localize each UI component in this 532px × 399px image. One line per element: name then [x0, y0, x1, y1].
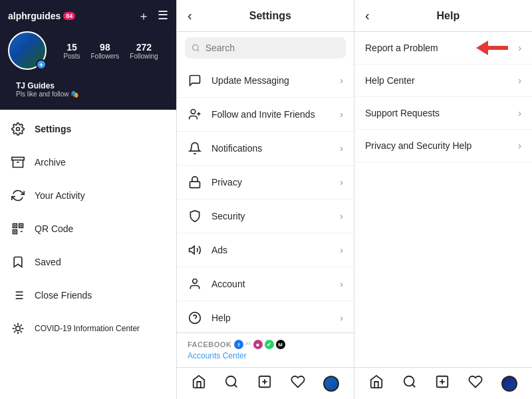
settings-item-privacy[interactable]: Privacy › [177, 166, 354, 200]
settings-icon [11, 122, 25, 136]
security-chevron: › [340, 211, 343, 221]
follow-icon [188, 107, 202, 122]
close-friends-label: Close Friends [35, 290, 166, 301]
settings-item-messaging[interactable]: Update Messaging › [177, 64, 354, 98]
menu-icon[interactable]: ☰ [158, 8, 168, 24]
notifications-chevron: › [340, 143, 343, 154]
nav-search-icon[interactable] [224, 374, 239, 392]
settings-label: Settings [35, 124, 166, 134]
settings-panel: ‹ Settings Update Messaging › [177, 0, 354, 399]
settings-item-notifications[interactable]: Notifications › [177, 132, 354, 166]
saved-label: Saved [35, 257, 166, 267]
add-icon[interactable]: ＋ [138, 8, 150, 24]
svg-line-30 [14, 331, 15, 332]
svg-rect-7 [14, 225, 16, 227]
following-count: 272 [136, 42, 152, 53]
notification-badge: 84 [63, 12, 75, 20]
fb-icon-5: M [276, 340, 285, 349]
account-chevron: › [340, 279, 343, 289]
help-item-report[interactable]: Report a Problem › [354, 32, 532, 65]
following-stat: 272 Following [130, 42, 158, 60]
help-item-support[interactable]: Support Requests › [354, 97, 532, 130]
notifications-icon [188, 141, 202, 156]
username-text: alphrguides [8, 11, 61, 21]
menu-item-close-friends[interactable]: Close Friends [0, 279, 176, 312]
fb-icon-1: f [234, 340, 243, 349]
settings-header: ‹ Settings [177, 0, 354, 32]
followers-label: Followers [90, 53, 119, 60]
fb-icon-4: ✔ [265, 340, 274, 349]
followers-count: 98 [100, 42, 110, 53]
settings-item-help[interactable]: Help › [177, 301, 354, 332]
nav-heart-icon[interactable] [291, 374, 305, 392]
search-input[interactable] [205, 43, 339, 53]
settings-item-security[interactable]: Security › [177, 200, 354, 233]
svg-rect-2 [12, 158, 24, 160]
menu-item-settings[interactable]: Settings [0, 112, 176, 146]
settings-search-box[interactable] [185, 37, 346, 59]
saved-icon [11, 255, 25, 269]
help-item-privacy-security[interactable]: Privacy and Security Help › [354, 130, 532, 162]
help-nav-home-icon[interactable] [369, 374, 384, 392]
settings-footer: FACEBOOK f 𝄉 ■ ✔ M Accounts Center [177, 332, 354, 367]
svg-rect-9 [14, 231, 16, 233]
help-panel: ‹ Help Report a Problem › Help Center › … [354, 0, 532, 399]
activity-label: Your Activity [35, 190, 166, 201]
menu-item-archive[interactable]: Archive [0, 146, 176, 179]
help-item-center[interactable]: Help Center › [354, 65, 532, 97]
svg-rect-8 [20, 225, 22, 227]
svg-line-29 [21, 325, 22, 326]
profile-action-icons: ＋ ☰ [138, 8, 168, 24]
svg-point-22 [16, 327, 21, 331]
avatar-add-icon[interactable]: + [36, 59, 47, 70]
avatar: + [8, 31, 47, 70]
privacy-security-label: Privacy and Security Help [365, 140, 518, 151]
svg-point-33 [191, 110, 196, 114]
settings-item-account[interactable]: Account › [177, 267, 354, 301]
menu-item-covid[interactable]: COVID-19 Information Center [0, 312, 176, 345]
profile-name: TJ Guides [16, 81, 160, 90]
settings-back-button[interactable]: ‹ [188, 8, 192, 23]
support-chevron: › [518, 108, 521, 118]
facebook-brand-text: FACEBOOK [188, 340, 231, 348]
archive-icon [11, 155, 25, 170]
menu-item-qr[interactable]: QR Code [0, 212, 176, 245]
svg-marker-37 [190, 246, 195, 254]
posts-label: Posts [63, 53, 80, 60]
posts-count: 15 [66, 42, 77, 53]
svg-line-28 [21, 331, 22, 332]
svg-point-38 [193, 279, 198, 284]
account-label: Account [211, 279, 331, 289]
notifications-label: Notifications [211, 143, 331, 154]
help-chevron: › [340, 313, 343, 323]
help-center-chevron: › [518, 75, 521, 86]
menu-item-activity[interactable]: Your Activity [0, 179, 176, 212]
svg-marker-50 [476, 41, 508, 55]
settings-item-ads[interactable]: Ads › [177, 233, 354, 267]
activity-icon [11, 188, 25, 203]
posts-stat: 15 Posts [63, 42, 80, 60]
menu-item-saved[interactable]: Saved [0, 245, 176, 279]
help-nav-add-icon[interactable] [435, 374, 450, 392]
svg-point-45 [226, 376, 236, 386]
archive-label: Archive [35, 157, 166, 168]
profile-panel: alphrguides 84 ＋ ☰ + 15 Posts 98 Followe [0, 0, 177, 399]
svg-point-51 [404, 376, 414, 386]
nav-add-icon[interactable] [257, 374, 272, 392]
nav-home-icon[interactable] [192, 374, 206, 392]
profile-header: alphrguides 84 ＋ ☰ + 15 Posts 98 Followe [0, 0, 176, 110]
svg-point-0 [17, 128, 20, 131]
help-nav-avatar-icon[interactable] [501, 376, 517, 392]
help-nav-heart-icon[interactable] [468, 374, 483, 392]
fb-icon-3: ■ [253, 340, 263, 349]
privacy-security-chevron: › [518, 140, 521, 151]
profile-bio: Pls like and follow 🎭 [16, 90, 160, 98]
ads-chevron: › [340, 245, 343, 255]
settings-item-follow[interactable]: Follow and Invite Friends › [177, 98, 354, 132]
nav-avatar-icon[interactable] [323, 376, 339, 392]
fb-icon-2: 𝄉 [245, 340, 251, 349]
profile-stats: 15 Posts 98 Followers 272 Following [53, 42, 168, 60]
help-nav-search-icon[interactable] [402, 374, 417, 392]
accounts-center-link[interactable]: Accounts Center [188, 351, 343, 360]
help-back-button[interactable]: ‹ [365, 8, 370, 23]
